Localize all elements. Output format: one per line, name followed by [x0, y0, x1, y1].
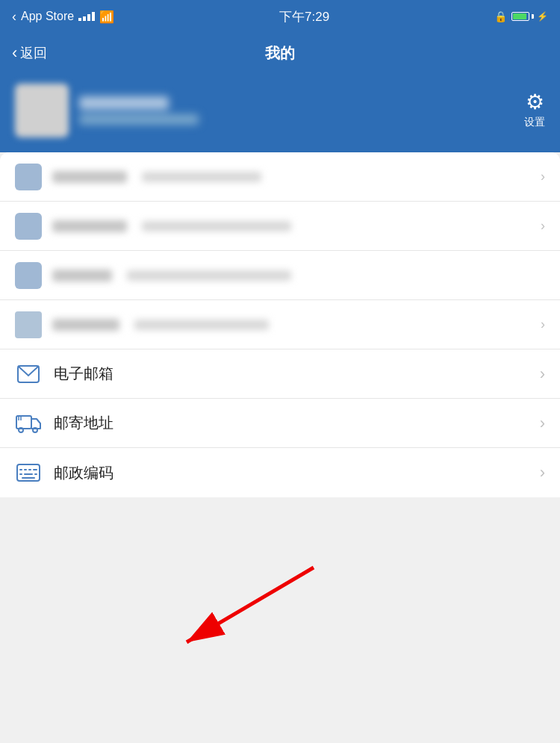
profile-info: [79, 96, 199, 125]
chevron-icon-4: ›: [541, 317, 545, 332]
chevron-icon-1: ›: [541, 169, 545, 184]
chevron-email-icon: ›: [540, 364, 545, 384]
lock-icon: 🔒: [494, 10, 507, 22]
row-icon-1: [15, 164, 42, 190]
battery-icon: ⚡: [511, 11, 548, 22]
row-icon-3: [15, 262, 42, 289]
wifi-icon: 📶: [99, 10, 114, 24]
blurred-row-2: ›: [0, 202, 560, 251]
red-arrow-indicator: [119, 545, 343, 694]
back-chevron-icon: ‹: [12, 43, 17, 63]
nav-bar: ‹ 返回 我的: [0, 33, 560, 73]
status-right: 🔒 ⚡: [494, 10, 548, 22]
email-icon: [15, 361, 42, 388]
postal-icon: [15, 459, 42, 486]
chevron-address-icon: ›: [540, 414, 545, 433]
blurred-row-1: ›: [0, 152, 560, 202]
back-button[interactable]: ‹ 返回: [12, 43, 47, 63]
email-row[interactable]: 电子邮箱 ›: [0, 349, 560, 399]
signal-icon: [78, 12, 95, 21]
postal-label: 邮政编码: [54, 463, 532, 483]
email-label: 电子邮箱: [54, 364, 532, 384]
svg-point-3: [33, 428, 37, 432]
profile-left: [15, 84, 199, 137]
svg-line-16: [187, 568, 314, 642]
address-label: 邮寄地址: [54, 413, 532, 433]
row-content-4: [52, 319, 533, 331]
profile-name: [79, 96, 169, 110]
address-row[interactable]: 邮寄地址 ›: [0, 399, 560, 448]
profile-header: ⚙ 设置: [0, 73, 560, 152]
chevron-postal-icon: ›: [540, 463, 545, 482]
blurred-row-3: [0, 251, 560, 300]
postal-row[interactable]: 邮政编码 ›: [0, 448, 560, 497]
row-icon-2: [15, 213, 42, 240]
status-time: 下午7:29: [279, 8, 329, 25]
content-area: › › ›: [0, 152, 560, 497]
row-icon-4: [15, 311, 42, 338]
chevron-left-icon: ‹: [12, 9, 16, 25]
svg-point-2: [19, 428, 23, 432]
status-left: ‹ App Store 📶: [12, 9, 114, 25]
row-content-1: [52, 171, 533, 183]
profile-subtitle: [79, 114, 199, 125]
gear-icon: ⚙: [526, 92, 544, 113]
row-content-2: [52, 220, 533, 232]
address-icon: [15, 410, 42, 437]
carrier-label: App Store: [21, 10, 74, 23]
settings-label: 设置: [524, 116, 545, 129]
blurred-row-4: ›: [0, 300, 560, 349]
status-bar: ‹ App Store 📶 下午7:29 🔒 ⚡: [0, 0, 560, 33]
page-title: 我的: [265, 43, 295, 63]
back-label: 返回: [20, 44, 47, 62]
avatar: [15, 84, 69, 137]
settings-button[interactable]: ⚙ 设置: [524, 92, 545, 129]
chevron-icon-2: ›: [541, 218, 545, 234]
row-content-3: [52, 270, 545, 282]
blurred-section: › › ›: [0, 152, 560, 349]
